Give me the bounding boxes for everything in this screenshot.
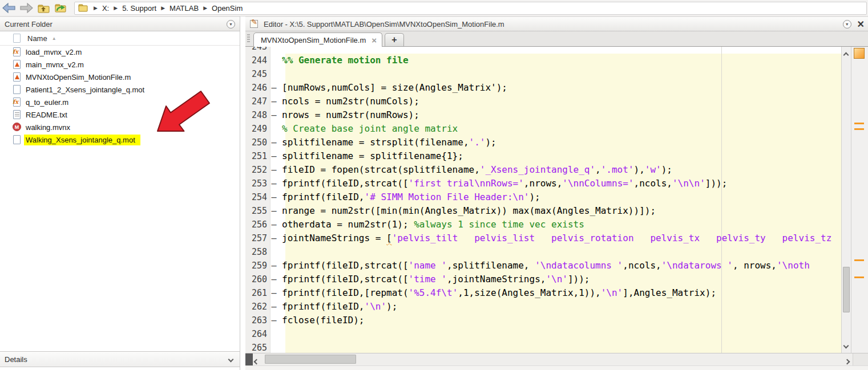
line-number: 265 (245, 341, 267, 353)
line-number: 244 (245, 54, 267, 67)
file-row[interactable]: fxq_to_euler.m (0, 96, 240, 108)
warning-tick[interactable] (854, 259, 864, 261)
code-text[interactable]: fprintf(fileID,strcat(['first trial\nnRo… (281, 177, 727, 190)
close-icon[interactable]: ✕ (857, 19, 865, 30)
file-row[interactable]: main_mvnx_v2.m (0, 58, 240, 71)
file-row[interactable]: Walking_Xsens_jointangle_q.mot (0, 133, 240, 146)
tab-bar-grip[interactable] (247, 34, 250, 43)
chevron-down-icon (228, 356, 234, 362)
panel-menu-icon[interactable]: ▼ (227, 20, 235, 29)
scrollbar-splitter[interactable] (245, 353, 253, 365)
execution-marker: – (267, 218, 281, 231)
chevron-right-icon: ▶ (94, 5, 98, 11)
close-tab-icon[interactable]: × (372, 36, 377, 44)
up-one-level-button[interactable] (35, 1, 51, 15)
line-number: 250 (245, 136, 267, 149)
code-text[interactable] (281, 341, 282, 353)
forward-button[interactable] (18, 1, 34, 15)
line-number: 245 (245, 67, 267, 81)
code-text[interactable]: fileID = fopen(strcat(splitfilename,'_Xs… (281, 163, 672, 177)
scroll-left-icon[interactable] (255, 357, 259, 365)
code-line: 265 (245, 341, 841, 353)
file-row[interactable]: fxload_mvnx_v2.m (0, 46, 240, 58)
vertical-scrollbar-thumb[interactable] (843, 267, 850, 312)
new-tab-button[interactable]: + (385, 33, 404, 46)
code-text[interactable]: ncols = num2str(numCols); (281, 95, 419, 108)
code-text[interactable]: nrows = num2str(numRows); (281, 108, 419, 122)
warning-tick[interactable] (854, 123, 864, 124)
back-button[interactable] (1, 1, 17, 15)
warning-tick[interactable] (854, 128, 864, 130)
scroll-down-icon[interactable] (844, 341, 848, 349)
code-lines[interactable]: 243244%% Generate motion file245246–[num… (245, 47, 841, 353)
file-icon (13, 135, 22, 144)
code-text[interactable]: jointNameStrings = ['pelvis_tilt pelvis_… (281, 231, 831, 245)
execution-marker: – (267, 149, 281, 163)
execution-marker: – (267, 81, 281, 95)
line-number: 259 (245, 259, 267, 273)
editor-title: Editor - X:\5. Support\MATLAB\OpenSim\MV… (264, 20, 843, 29)
code-text[interactable]: fprintf(fileID,strcat(['name ',splitfile… (281, 259, 810, 273)
code-text[interactable]: nrange = num2str([min(min(Angles_Matrix)… (281, 204, 656, 218)
tab-mvnxtoopensim[interactable]: MVNXtoOpenSim_MotionFile.m × (253, 32, 382, 47)
code-line: 252–fileID = fopen(strcat(splitfilename,… (245, 163, 841, 177)
chevron-right-icon: ▶ (203, 5, 207, 11)
code-text[interactable]: [numRows,numCols] = size(Angles_Matrix')… (281, 81, 507, 95)
code-text[interactable]: fprintf(fileID,'\n'); (281, 300, 397, 314)
file-row[interactable]: Mwalking.mvnx (0, 121, 240, 133)
editor-panel: ✎ Editor - X:\5. Support\MATLAB\OpenSim\… (245, 17, 868, 370)
warning-tick[interactable] (854, 277, 864, 278)
code-line: 243 (245, 47, 841, 54)
horizontal-scrollbar-thumb[interactable] (265, 355, 356, 364)
code-text[interactable] (281, 327, 282, 341)
editor-menu-icon[interactable]: ▼ (843, 20, 851, 29)
code-text[interactable]: fprintf(fileID,strcat(['time ',jointName… (281, 273, 590, 286)
file-row[interactable]: MVNXtoOpenSim_MotionFile.m (0, 71, 240, 83)
file-name: walking.mvnx (26, 123, 70, 132)
matlab-function-icon: fx (13, 47, 22, 56)
details-bar[interactable]: Details (0, 351, 240, 367)
breadcrumb-item[interactable]: OpenSim (212, 4, 243, 13)
code-text[interactable] (281, 245, 282, 259)
horizontal-scrollbar[interactable] (245, 353, 868, 365)
code-text[interactable] (281, 47, 282, 54)
execution-marker: – (267, 95, 281, 108)
file-row[interactable]: README.txt (0, 108, 240, 121)
execution-marker: – (267, 163, 281, 177)
code-text[interactable] (281, 67, 282, 81)
name-column-header[interactable]: Name ▲ (0, 31, 240, 46)
code-text[interactable]: otherdata = num2str(1); %always 1 since … (281, 218, 584, 231)
file-name: Patient1_2_Xsens_jointangle_q.mot (26, 86, 144, 94)
code-text[interactable]: % Create base joint angle matrix (281, 122, 458, 136)
file-row[interactable]: Patient1_2_Xsens_jointangle_q.mot (0, 83, 240, 96)
breadcrumb-item[interactable]: X: (102, 4, 109, 13)
code-line: 253–fprintf(fileID,strcat(['first trial\… (245, 177, 841, 190)
scroll-up-icon[interactable] (844, 50, 848, 59)
code-area: 243244%% Generate motion file245246–[num… (245, 47, 868, 353)
line-number: 252 (245, 163, 267, 177)
code-line: 250–splitfilename = strsplit(filename,'.… (245, 136, 841, 149)
editor-pencil-icon: ✎ (250, 19, 260, 29)
code-text[interactable]: splitfilename = splitfilename{1}; (281, 149, 463, 163)
code-text[interactable]: fprintf(fileID,[repmat('%5.4f\t',1,size(… (281, 286, 716, 300)
breadcrumb-item[interactable]: MATLAB (169, 4, 199, 13)
code-text[interactable]: fclose(fileID); (281, 314, 365, 327)
file-list-empty-space (0, 147, 240, 351)
vertical-scrollbar[interactable] (841, 47, 851, 353)
warning-indicator-icon[interactable] (854, 48, 865, 59)
execution-marker: – (267, 136, 281, 149)
code-text[interactable]: splitfilename = strsplit(filename,'.'); (281, 136, 496, 149)
current-folder-header: Current Folder ▼ (0, 17, 240, 31)
code-line: 244%% Generate motion file (245, 54, 841, 67)
code-text[interactable]: %% Generate motion file (281, 54, 409, 67)
execution-marker: – (267, 300, 281, 314)
scroll-right-icon[interactable] (845, 357, 849, 365)
breadcrumb: ▶X:▶5. Support▶MATLAB▶OpenSim (89, 4, 243, 13)
horizontal-scrollbar-track[interactable] (245, 353, 853, 365)
browse-folder-button[interactable] (53, 1, 68, 15)
code-text[interactable]: fprintf(fileID,'# SIMM Motion File Heade… (281, 190, 540, 204)
execution-marker: – (267, 259, 281, 273)
code-line: 248–nrows = num2str(numRows); (245, 108, 841, 122)
address-bar[interactable]: ▶X:▶5. Support▶MATLAB▶OpenSim (74, 2, 867, 15)
breadcrumb-item[interactable]: 5. Support (122, 4, 156, 13)
